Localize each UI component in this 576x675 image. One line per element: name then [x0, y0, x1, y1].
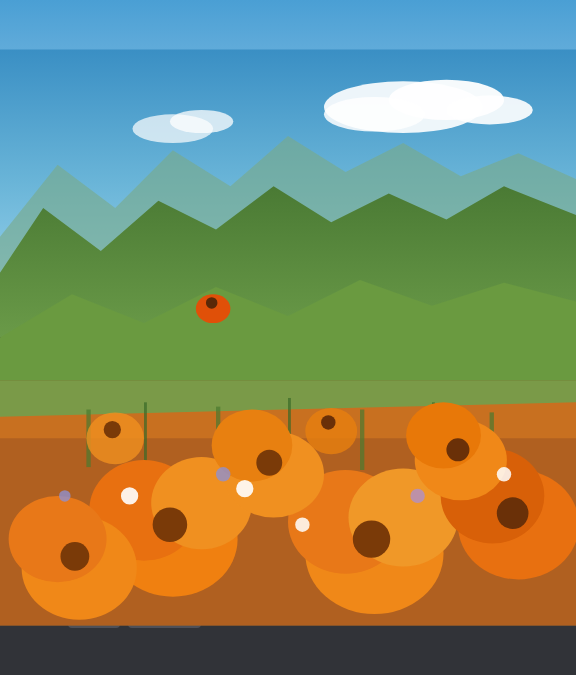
svg-marker-11: [68, 280, 468, 395]
zoom-out-1-5x-button[interactable]: 🔍 Zoom Out 1.5x: [208, 514, 352, 544]
svg-point-37: [223, 431, 324, 466]
svg-rect-16: [86, 410, 90, 467]
svg-point-32: [441, 448, 468, 466]
zoom-out-2x-button[interactable]: 🔍 Zoom Out 2x: [68, 514, 200, 544]
generated-image[interactable]: [68, 66, 468, 466]
svg-point-40: [415, 420, 468, 466]
svg-marker-14: [68, 402, 468, 466]
svg-rect-17: [144, 402, 147, 466]
external-link-icon: ↗: [177, 605, 187, 619]
arrow-left-button[interactable]: ←: [68, 552, 118, 587]
svg-rect-15: [68, 438, 468, 466]
message-container: Midjourney Bot ✓ BOT vibrant california …: [16, 16, 560, 628]
vary-button-row: ✨ Vary (Strong) ✨ Vary (Subtle): [68, 476, 560, 506]
vary-subtle-button[interactable]: ✨ Vary (Subtle): [209, 476, 341, 506]
sparkle-icon: ✨: [223, 483, 240, 499]
message-content: Midjourney Bot ✓ BOT vibrant california …: [68, 16, 560, 628]
svg-point-44: [104, 421, 121, 438]
svg-point-38: [212, 410, 293, 467]
svg-point-42: [446, 438, 468, 461]
svg-rect-21: [432, 402, 435, 466]
svg-point-47: [196, 294, 231, 323]
svg-marker-13: [68, 381, 468, 424]
vary-strong-button[interactable]: ✨ Vary (Strong): [68, 476, 201, 506]
svg-point-45: [305, 408, 357, 454]
svg-point-25: [151, 457, 252, 466]
zoom-icon: 🔍: [222, 521, 239, 537]
svg-point-48: [206, 297, 218, 309]
zoom-icon: 🔍: [374, 521, 391, 537]
arrow-down-button[interactable]: ↓: [236, 552, 280, 587]
svg-point-43: [86, 412, 144, 464]
sparkle-icon: ✨: [82, 483, 99, 499]
svg-rect-18: [216, 407, 220, 466]
zoom-icon: 🔍: [82, 521, 99, 537]
arrow-button-row: ← → ↑ ↓: [68, 552, 560, 587]
svg-point-41: [406, 402, 468, 466]
custom-zoom-button[interactable]: 🔍 Custom Zoom: [360, 514, 499, 544]
svg-rect-19: [288, 398, 291, 466]
heart-button[interactable]: ❤️: [68, 595, 120, 628]
svg-point-39: [256, 450, 282, 466]
zoom-button-row: 🔍 Zoom Out 2x 🔍 Zoom Out 1.5x 🔍 Custom Z…: [68, 514, 560, 544]
arrow-up-button[interactable]: ↑: [184, 552, 228, 587]
svg-point-24: [89, 460, 198, 466]
svg-rect-20: [360, 410, 364, 467]
buttons-section: ✨ Vary (Strong) ✨ Vary (Subtle) 🔍 Zoom O…: [68, 476, 560, 628]
web-button[interactable]: Web ↗: [128, 595, 201, 628]
svg-rect-12: [68, 381, 468, 466]
svg-point-46: [321, 415, 335, 429]
reaction-button-row: ❤️ Web ↗: [68, 595, 560, 628]
arrow-right-button[interactable]: →: [126, 552, 176, 587]
